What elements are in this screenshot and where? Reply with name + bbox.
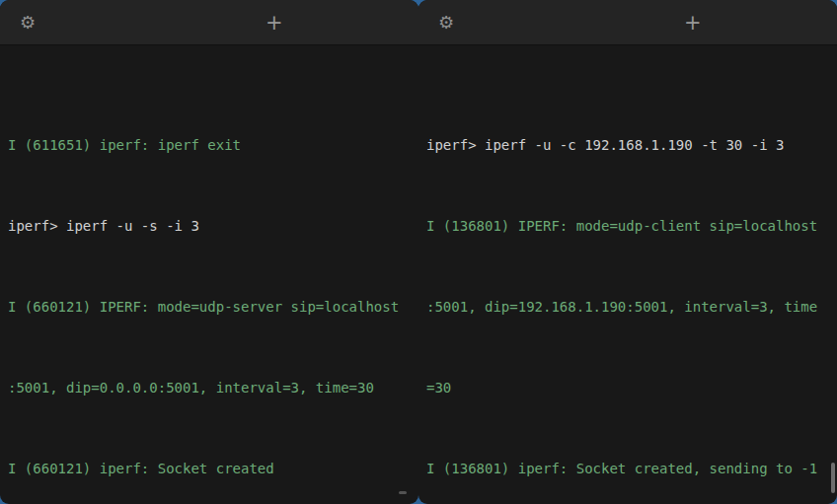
terminal-line: =30 bbox=[426, 378, 830, 398]
terminal-titlebar: ⚙ + bbox=[418, 0, 837, 45]
terminal-output-client[interactable]: iperf> iperf -u -c 192.168.1.190 -t 30 -… bbox=[418, 45, 837, 504]
gear-icon[interactable]: ⚙ bbox=[20, 14, 36, 32]
terminal-line: I (136801) IPERF: mode=udp-client sip=lo… bbox=[426, 216, 830, 237]
terminal-line: :5001, dip=0.0.0.0:5001, interval=3, tim… bbox=[8, 378, 412, 398]
terminal-line: :5001, dip=192.168.1.190:5001, interval=… bbox=[426, 297, 830, 318]
new-tab-icon[interactable]: + bbox=[266, 12, 283, 33]
terminal-window-client: ⚙ + iperf> iperf -u -c 192.168.1.190 -t … bbox=[418, 0, 837, 504]
terminal-output-server[interactable]: I (611651) iperf: iperf exit iperf> iper… bbox=[0, 45, 418, 504]
desktop-background: ⚙ + I (611651) iperf: iperf exit iperf> … bbox=[0, 0, 837, 504]
terminal-line: iperf> iperf -u -s -i 3 bbox=[8, 216, 412, 237]
gear-icon[interactable]: ⚙ bbox=[438, 14, 454, 32]
terminal-line: I (660121) iperf: Socket created bbox=[8, 459, 412, 479]
terminal-line: I (611651) iperf: iperf exit bbox=[8, 135, 412, 156]
terminal-line: I (660121) IPERF: mode=udp-server sip=lo… bbox=[8, 297, 412, 318]
new-tab-icon[interactable]: + bbox=[684, 12, 702, 33]
terminal-line: I (136801) iperf: Socket created, sendin… bbox=[426, 459, 830, 479]
terminal-line: iperf> iperf -u -c 192.168.1.190 -t 30 -… bbox=[426, 135, 830, 156]
horizontal-scrollbar-thumb[interactable] bbox=[399, 491, 407, 494]
vertical-scrollbar-thumb[interactable] bbox=[831, 463, 835, 493]
terminal-titlebar: ⚙ + bbox=[0, 0, 418, 45]
terminal-window-server: ⚙ + I (611651) iperf: iperf exit iperf> … bbox=[0, 0, 418, 504]
